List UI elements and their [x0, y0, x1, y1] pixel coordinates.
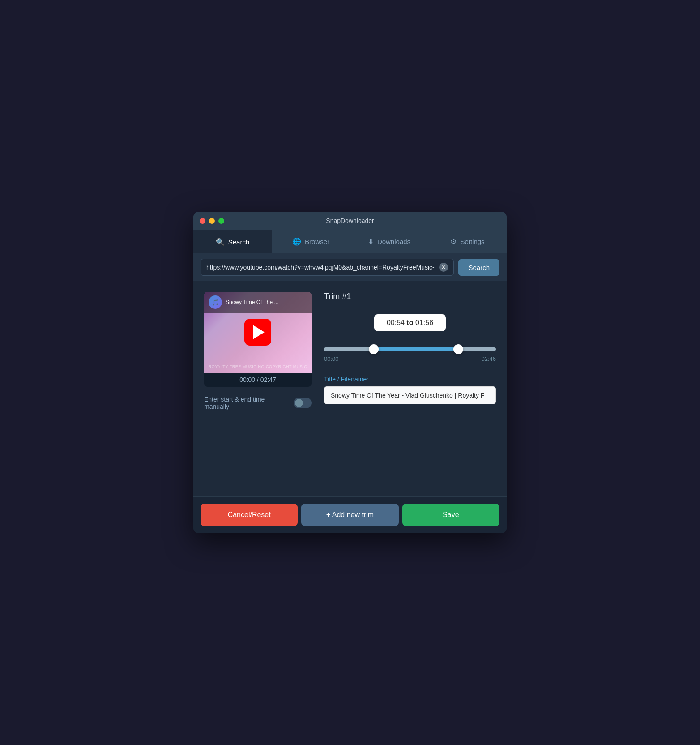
video-timecode: 00:00 / 02:47 [204, 372, 312, 387]
tab-search[interactable]: 🔍 Search [193, 230, 272, 253]
url-clear-button[interactable]: ✕ [439, 263, 448, 272]
trim-start-time: 00:54 [387, 319, 405, 326]
tab-search-label: Search [228, 238, 250, 246]
url-input[interactable] [206, 264, 435, 271]
search-button[interactable]: Search [458, 259, 499, 276]
app-window: SnapDownloader 🔍 Search 🌐 Browser ⬇ Down… [193, 212, 507, 533]
nav-tabs: 🔍 Search 🌐 Browser ⬇ Downloads ⚙ Setting… [193, 230, 507, 253]
trim-title: Trim #1 [324, 292, 496, 307]
trim-to-label: to [406, 319, 415, 326]
trim-end-time: 01:56 [415, 319, 433, 326]
slider-end-label: 02:46 [481, 355, 496, 362]
manual-time-toggle[interactable] [294, 398, 312, 408]
close-button[interactable] [200, 218, 205, 224]
watermark-text-2: NO COPYRIGHT MUSIC [258, 364, 307, 369]
video-title-bar: 🎵 Snowy Time Of The ... [204, 292, 312, 313]
trim-range-wrapper: 00:54 to 01:56 [324, 314, 496, 339]
content-layout: 🎵 Snowy Time Of The ... ROYALTY FREE MUS… [204, 292, 496, 410]
minimize-button[interactable] [209, 218, 215, 224]
video-watermark: ROYALTY FREE MUSIC NO COPYRIGHT MUSIC [204, 364, 312, 369]
bottom-buttons: Cancel/Reset + Add new trim Save [193, 496, 507, 533]
tab-downloads[interactable]: ⬇ Downloads [350, 230, 428, 253]
video-title: Snowy Time Of The ... [226, 299, 279, 305]
play-triangle-icon [253, 325, 265, 339]
search-tab-icon: 🔍 [216, 238, 225, 246]
tab-settings[interactable]: ⚙ Settings [428, 230, 507, 253]
window-controls [200, 218, 224, 224]
maximize-button[interactable] [218, 218, 224, 224]
video-section: 🎵 Snowy Time Of The ... ROYALTY FREE MUS… [204, 292, 312, 410]
tab-browser[interactable]: 🌐 Browser [272, 230, 350, 253]
save-button[interactable]: Save [402, 504, 499, 526]
filename-input[interactable] [324, 386, 496, 404]
slider-fill [374, 347, 458, 351]
add-trim-button[interactable]: + Add new trim [301, 504, 398, 526]
manual-time-label: Enter start & end time manually [204, 396, 287, 410]
channel-icon: 🎵 [209, 295, 222, 309]
watermark-text-1: ROYALTY FREE MUSIC [209, 364, 257, 369]
main-content: 🎵 Snowy Time Of The ... ROYALTY FREE MUS… [193, 281, 507, 496]
play-button[interactable] [244, 319, 271, 346]
trim-slider-container: 00:00 02:46 [324, 343, 496, 367]
title-bar: SnapDownloader [193, 212, 507, 230]
tab-downloads-label: Downloads [377, 238, 410, 245]
url-input-wrapper: ✕ [201, 259, 454, 276]
browser-tab-icon: 🌐 [292, 237, 301, 246]
filename-label: Title / Filename: [324, 376, 496, 383]
channel-icon-symbol: 🎵 [212, 299, 219, 306]
slider-start-label: 00:00 [324, 355, 339, 362]
app-title: SnapDownloader [326, 217, 374, 224]
slider-thumb-right[interactable] [453, 344, 463, 354]
video-thumbnail: 🎵 Snowy Time Of The ... ROYALTY FREE MUS… [204, 292, 312, 372]
tab-settings-label: Settings [460, 238, 484, 245]
play-button-container [244, 319, 271, 346]
slider-track[interactable] [324, 347, 496, 351]
cancel-reset-button[interactable]: Cancel/Reset [201, 504, 298, 526]
settings-tab-icon: ⚙ [450, 237, 457, 246]
downloads-tab-icon: ⬇ [368, 237, 374, 246]
trim-range-display: 00:54 to 01:56 [374, 314, 446, 331]
slider-thumb-left[interactable] [369, 344, 379, 354]
tab-browser-label: Browser [305, 238, 329, 245]
url-bar: ✕ Search [193, 253, 507, 281]
toggle-knob [295, 399, 303, 407]
slider-labels: 00:00 02:46 [324, 355, 496, 362]
manual-time-row: Enter start & end time manually [204, 396, 312, 410]
trim-section: Trim #1 00:54 to 01:56 00:0 [324, 292, 496, 404]
